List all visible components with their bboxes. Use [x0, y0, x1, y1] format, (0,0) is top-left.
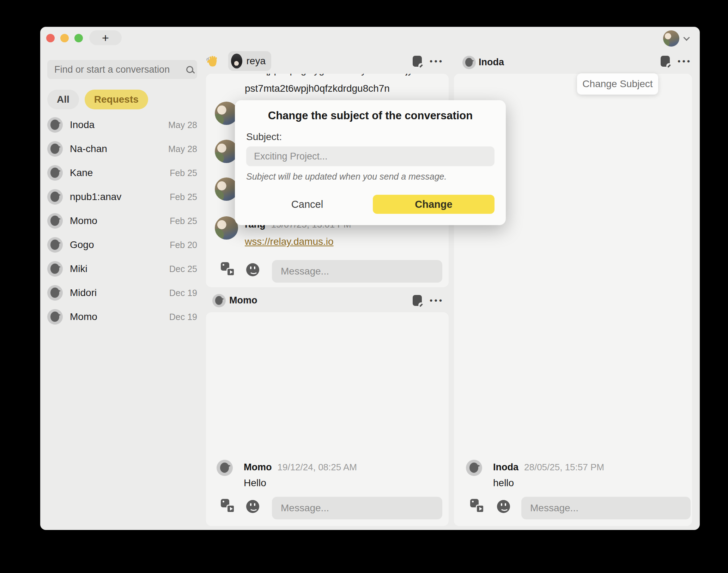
attach-media-icon[interactable]: [470, 499, 484, 513]
conversation-date: Feb 20: [170, 240, 197, 250]
contact-name: Momo: [70, 215, 97, 227]
minimize-button[interactable]: [60, 34, 69, 42]
chevron-down-icon: [683, 34, 690, 41]
chat-panel-momo: Momo19/12/24, 08:25 AM Hello: [206, 312, 449, 526]
emoji-picker-icon[interactable]: [497, 500, 510, 513]
change-subject-icon[interactable]: [413, 295, 422, 306]
chat-title: Inoda: [479, 57, 504, 68]
conversation-list-item[interactable]: Gogo Feb 20: [47, 237, 197, 253]
contact-avatar: [47, 261, 63, 277]
change-subject-icon[interactable]: [413, 56, 422, 67]
conversation-list-item[interactable]: npub1:anav Feb 25: [47, 189, 197, 205]
more-options-icon[interactable]: •••: [678, 57, 692, 66]
change-subject-tooltip: Change Subject: [577, 73, 658, 95]
emoji-picker-icon[interactable]: [246, 263, 259, 276]
conversation-date: Feb 25: [170, 168, 197, 178]
contact-avatar: [47, 165, 63, 181]
contact-avatar: [47, 141, 63, 157]
contact-name: Miki: [70, 263, 87, 275]
message-sender: Inoda: [493, 462, 518, 472]
conversation-filters: All Requests: [47, 90, 148, 109]
message-timestamp: 28/05/25, 15:57 PM: [524, 462, 604, 472]
message-input[interactable]: [272, 497, 442, 519]
conversation-list-item[interactable]: Momo Dec 19: [47, 309, 197, 325]
message-header: Momo19/12/24, 08:25 AM: [244, 462, 357, 473]
contact-name: Kane: [70, 167, 93, 179]
contact-avatar: [47, 237, 63, 253]
attach-media-icon[interactable]: [221, 499, 235, 513]
conversation-list-item[interactable]: Momo Feb 25: [47, 213, 197, 229]
search-input[interactable]: [47, 64, 186, 75]
contact-avatar: [47, 189, 63, 205]
conversation-search: [47, 60, 197, 79]
message-avatar: [215, 216, 238, 240]
message-sender: Momo: [244, 462, 272, 472]
account-menu[interactable]: [663, 30, 689, 47]
contact-avatar: [47, 285, 63, 301]
chat-title: reya: [247, 55, 266, 67]
contact-avatar: [47, 309, 63, 325]
dialog-helper-text: Subject will be updated when you send a …: [246, 171, 447, 182]
message-input[interactable]: [272, 260, 442, 283]
wave-emoji-icon: [206, 55, 219, 69]
emoji-picker-icon[interactable]: [246, 500, 259, 513]
contact-name: Na-chan: [70, 143, 107, 155]
inoda-avatar: [462, 56, 476, 69]
conversation-list-item[interactable]: Na-chan May 28: [47, 141, 197, 157]
subject-label: Subject:: [246, 131, 282, 143]
account-avatar[interactable]: [663, 30, 679, 47]
message-header: Inoda28/05/25, 15:57 PM: [493, 462, 604, 473]
app-window: + All Requests Inoda May 28 Na-chan May …: [40, 27, 700, 530]
tooltip-label: Change Subject: [582, 78, 653, 90]
change-button[interactable]: Change: [373, 195, 495, 214]
conversation-date: May 28: [168, 144, 197, 154]
traffic-lights: [46, 34, 83, 42]
attach-media-icon[interactable]: [221, 262, 235, 276]
relay-link[interactable]: wss://relay.damus.io: [245, 236, 334, 247]
momo-header-actions: •••: [413, 295, 444, 306]
conversation-date: Dec 19: [169, 312, 197, 322]
conversation-date: Dec 25: [169, 264, 197, 274]
screen-background: + All Requests Inoda May 28 Na-chan May …: [0, 0, 728, 573]
plus-icon: +: [102, 31, 109, 45]
conversation-list-item[interactable]: Midori Dec 19: [47, 285, 197, 301]
inoda-header-actions: •••: [661, 56, 692, 67]
conversation-list: Inoda May 28 Na-chan May 28 Kane Feb 25 …: [47, 117, 197, 325]
npub-text: pst7mta2t6wpjh0qfzkdrdgu8ch7n: [245, 83, 390, 94]
contact-name: npub1:anav: [70, 191, 121, 203]
conversation-date: Dec 19: [169, 288, 197, 298]
conversation-list-item[interactable]: Miki Dec 25: [47, 261, 197, 277]
close-button[interactable]: [46, 34, 55, 42]
message-timestamp: 19/12/24, 08:25 AM: [277, 462, 357, 472]
zoom-button[interactable]: [74, 34, 83, 42]
change-subject-dialog: Change the subject of the conversation S…: [235, 100, 506, 225]
chat-header-reya[interactable]: reya: [228, 51, 271, 71]
conversation-list-item[interactable]: Kane Feb 25: [47, 165, 197, 181]
message-avatar: [217, 460, 233, 476]
dialog-title: Change the subject of the conversation: [235, 109, 506, 122]
message-avatar: [466, 460, 482, 476]
message-input[interactable]: [521, 497, 691, 519]
chat-title: Momo: [229, 295, 257, 306]
contact-name: Midori: [70, 287, 97, 298]
more-options-icon[interactable]: •••: [430, 57, 444, 66]
conversation-list-item[interactable]: Inoda May 28: [47, 117, 197, 133]
filter-requests[interactable]: Requests: [85, 90, 148, 109]
message-text: hello: [493, 477, 514, 489]
message-text: Hello: [244, 477, 266, 489]
contact-name: Momo: [70, 311, 97, 322]
filter-all[interactable]: All: [47, 90, 79, 109]
new-tab-button[interactable]: +: [89, 30, 122, 45]
reya-header-actions: •••: [413, 56, 444, 67]
contact-name: Gogo: [70, 239, 94, 251]
npub-text-clipped: kst6qjq4mpag2lygh4wfc66ykzkhwwvjy: [245, 73, 413, 76]
more-options-icon[interactable]: •••: [430, 296, 444, 305]
subject-input[interactable]: [246, 146, 495, 166]
search-icon: [186, 66, 193, 73]
cancel-button[interactable]: Cancel: [281, 195, 334, 214]
change-subject-icon[interactable]: [661, 56, 670, 67]
momo-avatar: [212, 294, 226, 307]
conversation-date: Feb 25: [170, 192, 197, 202]
reya-avatar: [231, 54, 242, 68]
contact-name: Inoda: [70, 119, 95, 131]
